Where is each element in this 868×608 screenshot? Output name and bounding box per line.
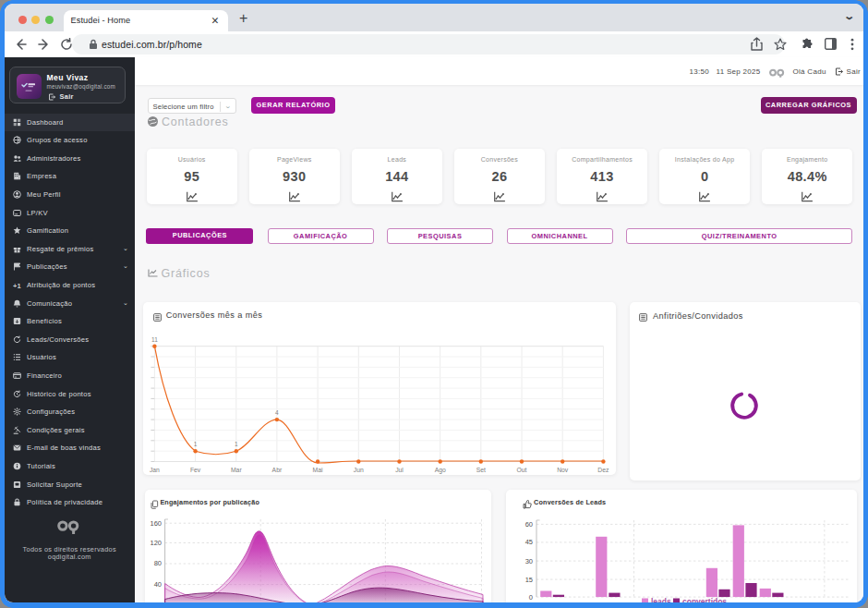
- svg-text:15: 15: [525, 576, 533, 584]
- svg-text:160: 160: [150, 519, 162, 528]
- svg-text:Abr: Abr: [271, 467, 282, 473]
- svg-text:Mai: Mai: [312, 467, 322, 473]
- svg-text:Fev: Fev: [189, 467, 200, 473]
- svg-text:Jan: Jan: [149, 467, 159, 473]
- svg-text:30: 30: [525, 557, 533, 565]
- svg-text:120: 120: [150, 539, 162, 547]
- svg-text:Jul: Jul: [395, 467, 404, 473]
- svg-text:Set: Set: [476, 467, 485, 473]
- svg-text:11: 11: [151, 336, 158, 343]
- svg-text:80: 80: [153, 560, 161, 568]
- svg-text:0: 0: [529, 593, 533, 602]
- svg-text:40: 40: [153, 580, 161, 589]
- svg-text:Ago: Ago: [434, 467, 445, 474]
- svg-text:Jun: Jun: [353, 467, 363, 473]
- svg-text:1: 1: [234, 441, 237, 447]
- svg-text:Mar: Mar: [230, 467, 241, 473]
- svg-text:1: 1: [193, 441, 197, 447]
- svg-text:Nov: Nov: [557, 467, 569, 473]
- svg-text:Out: Out: [516, 467, 526, 473]
- svg-text:45: 45: [525, 539, 533, 547]
- svg-text:Dez: Dez: [597, 467, 609, 473]
- svg-text:4: 4: [275, 409, 279, 416]
- svg-text:convertidos: convertidos: [682, 597, 727, 602]
- svg-text:60: 60: [525, 520, 533, 529]
- svg-text:+1: +1: [13, 281, 21, 289]
- svg-text:leads: leads: [651, 597, 671, 602]
